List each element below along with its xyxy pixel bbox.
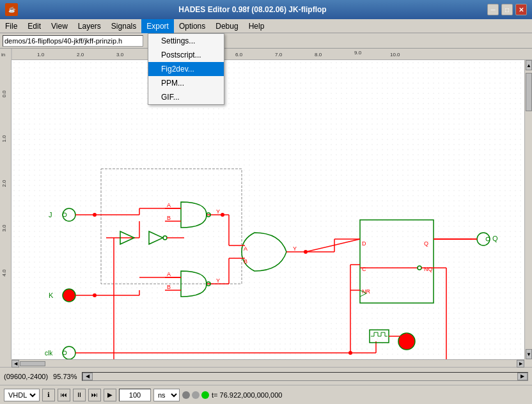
- scroll-up-button[interactable]: ▲: [526, 60, 532, 70]
- scrollbar-corner: [524, 359, 532, 367]
- svg-text:Q: Q: [424, 240, 428, 247]
- canvas-area[interactable]: J A: [12, 60, 524, 359]
- scroll-left-btn2[interactable]: ◀: [82, 373, 93, 380]
- export-fig2dev[interactable]: Fig2dev...: [148, 62, 224, 76]
- title-bar: ☕ HADES Editor 0.98f (08.02.06) JK-flipf…: [0, 0, 532, 19]
- maximize-button[interactable]: □: [501, 4, 513, 15]
- time-unit-select[interactable]: ns ps us ms: [153, 389, 180, 401]
- svg-text:D: D: [362, 240, 366, 247]
- language-select-container[interactable]: VHDL: [4, 389, 40, 401]
- svg-text:6.0: 6.0: [235, 52, 243, 58]
- main-area: in 1.0 2.0 3.0 4.0 5.0 6.0 7.0 8.0 9.0 1…: [0, 49, 532, 367]
- menu-export[interactable]: Export: [141, 19, 174, 33]
- fast-forward-button[interactable]: ⏭: [88, 389, 101, 401]
- title-bar-buttons: ─ □ ✕: [487, 4, 527, 15]
- svg-text:1.0: 1.0: [1, 135, 7, 143]
- sim-status-dots: [182, 391, 209, 399]
- svg-text:A: A: [167, 202, 171, 208]
- svg-text:clk: clk: [45, 350, 53, 357]
- svg-point-48: [63, 289, 75, 302]
- ruler-left: 0.0 1.0 2.0 3.0 4.0: [0, 60, 12, 359]
- time-input[interactable]: [119, 389, 151, 401]
- scrollbar-thumb-h[interactable]: [20, 361, 45, 366]
- menu-layers[interactable]: Layers: [73, 19, 106, 33]
- svg-text:B: B: [244, 258, 247, 265]
- svg-text:Y: Y: [216, 277, 220, 284]
- info-button[interactable]: ℹ: [42, 389, 55, 401]
- window-title: HADES Editor 0.98f (08.02.06) JK-flipflo…: [178, 5, 326, 14]
- circuit-diagram: J A: [12, 60, 524, 359]
- play-button[interactable]: ▶: [104, 389, 116, 401]
- pause-button[interactable]: ⏸: [73, 389, 86, 401]
- sim-dot-1: [182, 391, 190, 399]
- export-postscript[interactable]: Postscript...: [148, 48, 224, 62]
- svg-text:2.0: 2.0: [77, 52, 84, 58]
- svg-text:3.0: 3.0: [116, 52, 124, 58]
- scroll-track-h[interactable]: [20, 361, 516, 366]
- menu-edit[interactable]: Edit: [22, 19, 46, 33]
- svg-text:7.0: 7.0: [275, 52, 283, 58]
- sim-dot-3: [201, 391, 209, 399]
- menu-help[interactable]: Help: [244, 19, 270, 33]
- status-zoom: 95.73%: [53, 373, 77, 380]
- svg-text:8.0: 8.0: [315, 52, 322, 58]
- menu-bar: File Edit View Layers Signals Export Opt…: [0, 19, 532, 33]
- menu-signals[interactable]: Signals: [106, 19, 141, 33]
- scrollbar-vertical[interactable]: ▲ ▼: [524, 60, 532, 359]
- minimize-button[interactable]: ─: [487, 4, 499, 15]
- svg-text:4.0: 4.0: [1, 269, 7, 277]
- scroll-left-button[interactable]: ◀: [12, 360, 19, 368]
- export-dropdown: Settings... Postscript... Fig2dev... PPM…: [148, 33, 224, 105]
- bottom-toolbar: VHDL ℹ ⏮ ⏸ ⏭ ▶ ns ps us ms t= 76.922,000…: [0, 385, 532, 404]
- path-input[interactable]: [3, 35, 143, 47]
- status-bar: (09600,-2400) 95.73% ◀ ▶: [0, 367, 532, 385]
- svg-text:B: B: [167, 215, 171, 221]
- svg-text:A: A: [167, 271, 171, 277]
- svg-text:Y: Y: [293, 245, 297, 252]
- svg-text:Q: Q: [492, 235, 498, 242]
- sim-dot-2: [192, 391, 199, 399]
- svg-text:Y: Y: [216, 208, 220, 215]
- scrollbar-horizontal[interactable]: ◀ ▶: [12, 359, 524, 367]
- svg-text:A: A: [244, 245, 247, 252]
- status-coords: (09600,-2400): [4, 373, 48, 380]
- svg-text:J: J: [49, 211, 52, 219]
- scroll-right-btn2[interactable]: ▶: [517, 373, 528, 380]
- menu-view[interactable]: View: [46, 19, 73, 33]
- scrollbar-thumb-v[interactable]: [526, 73, 532, 111]
- export-gif[interactable]: GIF...: [148, 90, 224, 104]
- svg-text:0.0: 0.0: [1, 90, 7, 98]
- svg-text:10.0: 10.0: [390, 52, 400, 58]
- path-bar: Select a command.: [0, 33, 532, 49]
- svg-point-99: [348, 351, 352, 355]
- rewind-button[interactable]: ⏮: [58, 389, 70, 401]
- svg-text:C: C: [362, 266, 366, 272]
- sim-time-display: t= 76.922,000,000,000: [212, 391, 282, 399]
- scroll-down-button[interactable]: ▼: [526, 349, 532, 359]
- svg-text:NQ: NQ: [424, 266, 433, 272]
- java-icon: ☕: [5, 3, 18, 16]
- svg-rect-19: [12, 60, 524, 359]
- export-settings[interactable]: Settings...: [148, 34, 224, 48]
- svg-text:B: B: [167, 284, 171, 290]
- svg-text:9.0: 9.0: [354, 50, 362, 56]
- svg-text:in: in: [1, 52, 5, 58]
- svg-text:2.0: 2.0: [1, 180, 7, 187]
- language-select[interactable]: VHDL: [6, 391, 38, 400]
- scroll-right-button[interactable]: ▶: [517, 360, 524, 368]
- svg-text:3.0: 3.0: [1, 224, 7, 232]
- export-ppm[interactable]: PPM...: [148, 76, 224, 90]
- close-button[interactable]: ✕: [515, 4, 527, 15]
- svg-text:K: K: [49, 291, 54, 299]
- ruler-top: in 1.0 2.0 3.0 4.0 5.0 6.0 7.0 8.0 9.0 1…: [0, 49, 532, 60]
- svg-text:1.0: 1.0: [37, 52, 45, 58]
- h-scroll-track[interactable]: ◀ ▶: [82, 372, 528, 381]
- menu-debug[interactable]: Debug: [210, 19, 243, 33]
- menu-options[interactable]: Options: [174, 19, 210, 33]
- menu-file[interactable]: File: [0, 19, 22, 33]
